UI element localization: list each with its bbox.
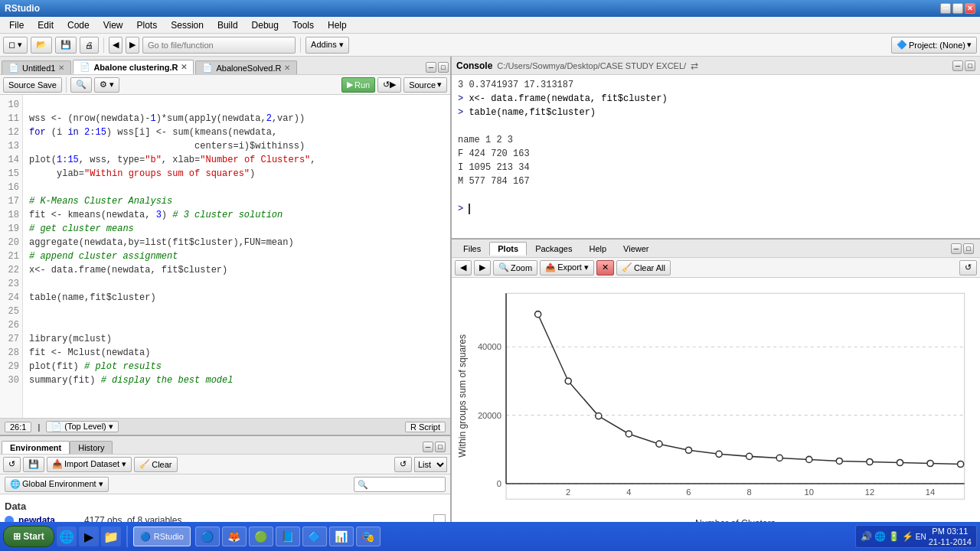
svg-text:20000: 20000	[478, 411, 501, 420]
clear-env-btn[interactable]: 🧹 Clear	[134, 457, 177, 472]
tab-untitled1[interactable]: 📄 Untitled1 ✕	[2, 60, 71, 74]
tab-environment[interactable]: Environment	[2, 441, 70, 454]
tab-abalone-solved-label: AbaloneSolved.R	[216, 64, 281, 73]
menu-debug[interactable]: Debug	[246, 18, 285, 32]
tray-icon-3[interactable]: 🔋	[888, 531, 900, 542]
source-btn[interactable]: Source ▾	[403, 77, 447, 93]
svg-text:Within groups sum of squares: Within groups sum of squares	[457, 334, 468, 458]
plots-refresh-btn[interactable]: ↺	[959, 260, 977, 276]
taskbar-rstudio[interactable]: 🔵 RStudio	[133, 527, 191, 546]
quick-launch-folder[interactable]: 📁	[101, 527, 121, 546]
env-refresh-btn[interactable]: ↺	[3, 457, 21, 472]
rerun-btn[interactable]: ↺▶	[377, 77, 401, 93]
tab-abalone-solved-close[interactable]: ✕	[284, 64, 290, 72]
export-btn[interactable]: 📤 Export ▾	[540, 260, 594, 276]
menu-session[interactable]: Session	[165, 18, 210, 32]
addins-btn[interactable]: Addins ▾	[305, 37, 349, 54]
clear-all-btn[interactable]: 🧹 Clear All	[616, 260, 671, 276]
svg-point-31	[927, 461, 933, 467]
menu-tools[interactable]: Tools	[286, 18, 320, 32]
menu-file[interactable]: File	[3, 18, 30, 32]
save-env-btn[interactable]: 💾	[23, 457, 44, 472]
titlebar-controls: ─ □ ✕	[940, 3, 975, 14]
go-to-file-input[interactable]	[142, 37, 296, 54]
open-file-btn[interactable]: 📂	[31, 37, 52, 54]
env-minimize-btn[interactable]: ─	[423, 442, 433, 452]
tab-packages[interactable]: Packages	[527, 242, 580, 256]
minimize-btn[interactable]: ─	[940, 3, 951, 14]
tab-files[interactable]: Files	[455, 242, 489, 256]
close-btn[interactable]: ✕	[965, 3, 975, 14]
editor-maximize-btn[interactable]: □	[438, 62, 449, 73]
code-content[interactable]: wss <- (nrow(newdata)-1)*sum(apply(newda…	[23, 95, 450, 418]
tab-abalone-solved[interactable]: 📄 AbaloneSolved.R ✕	[195, 60, 297, 74]
tab-abalone-clustering[interactable]: 📄 Abalone clustering.R ✕	[73, 60, 194, 74]
console-header: Console C:/Users/Sowmya/Desktop/CASE STU…	[452, 57, 980, 75]
maximize-btn[interactable]: □	[952, 3, 963, 14]
global-env-btn[interactable]: 🌐 Global Environment ▾	[5, 477, 109, 492]
taskbar-app-r[interactable]: 🔷	[302, 527, 327, 546]
save-file-btn[interactable]: 💾	[55, 37, 77, 54]
source-label: Source	[409, 80, 436, 90]
source-save-btn[interactable]: Source Save	[3, 77, 62, 93]
tab-untitled1-close[interactable]: ✕	[58, 64, 64, 72]
tab-abalone-close[interactable]: ✕	[181, 63, 187, 71]
env-refresh2-btn[interactable]: ↺	[394, 457, 412, 472]
code-editor[interactable]: 10 11 12 13 14 15 16 17 18 19 20 21 22 2…	[0, 95, 450, 418]
taskbar-app-excel[interactable]: 📊	[329, 527, 354, 546]
quick-launch-internet[interactable]: 🌐	[57, 527, 77, 546]
taskbar-app-2[interactable]: 🦊	[222, 527, 247, 546]
delete-plot-btn[interactable]: ✕	[596, 260, 614, 276]
taskbar-app-1[interactable]: 🔵	[195, 527, 220, 546]
console-path-icon[interactable]: ⇄	[691, 60, 698, 71]
plots-maximize-btn[interactable]: □	[963, 243, 974, 254]
taskbar-app-5[interactable]: 🎭	[356, 527, 381, 546]
tab-help[interactable]: Help	[580, 242, 615, 256]
tab-history[interactable]: History	[70, 441, 113, 454]
clock[interactable]: PM 03:11 21-11-2014	[929, 526, 972, 548]
env-search-input[interactable]	[354, 477, 446, 492]
find-btn[interactable]: 🔍	[70, 77, 92, 93]
forward-btn[interactable]: ▶	[126, 37, 139, 54]
code-level[interactable]: 📄 (Top Level) ▾	[46, 421, 119, 432]
zoom-btn[interactable]: 🔍 Zoom	[493, 260, 537, 276]
svg-text:8: 8	[747, 487, 752, 497]
tab-viewer[interactable]: Viewer	[615, 242, 657, 256]
tray-icon-5[interactable]: EN	[916, 533, 926, 541]
back-btn[interactable]: ◀	[109, 37, 122, 54]
left-pane: 📄 Untitled1 ✕ 📄 Abalone clustering.R ✕ 📄…	[0, 57, 452, 534]
menu-help[interactable]: Help	[322, 18, 353, 32]
console-content[interactable]: 3 0.3741937 17.313187 > x<- data.frame(n…	[452, 75, 980, 238]
plots-prev-btn[interactable]: ◀	[455, 260, 472, 276]
code-tools-btn[interactable]: ⚙ ▾	[94, 77, 119, 93]
taskbar-app-4[interactable]: 📘	[276, 527, 300, 546]
plots-next-btn[interactable]: ▶	[474, 260, 491, 276]
console-prompt-empty[interactable]: >	[458, 202, 974, 216]
plots-minimize-btn[interactable]: ─	[951, 243, 962, 254]
start-button[interactable]: ⊞ Start	[3, 526, 54, 547]
script-type[interactable]: R Script	[405, 422, 446, 432]
project-btn[interactable]: 🔷 Project: (None) ▾	[891, 37, 977, 54]
editor-minimize-btn[interactable]: ─	[426, 62, 436, 73]
menu-build[interactable]: Build	[211, 18, 244, 32]
quick-launch-media[interactable]: ▶	[79, 527, 99, 546]
tray-icon-2[interactable]: 🌐	[874, 531, 886, 542]
tray-icon-4[interactable]: ⚡	[902, 531, 913, 542]
menu-view[interactable]: View	[97, 18, 129, 32]
taskbar-app-3[interactable]: 🟢	[249, 527, 273, 546]
cursor-position[interactable]: 26:1	[5, 422, 31, 432]
tray-icon-1[interactable]: 🔊	[861, 531, 872, 542]
new-file-btn[interactable]: ◻ ▾	[3, 37, 28, 54]
env-maximize-btn[interactable]: □	[435, 442, 446, 452]
plots-tabs: Files Plots Packages Help Viewer ─ □	[452, 240, 980, 258]
tab-plots[interactable]: Plots	[489, 242, 527, 256]
list-view-select[interactable]: List Grid	[414, 457, 447, 472]
print-btn[interactable]: 🖨	[80, 37, 99, 54]
menu-code[interactable]: Code	[61, 18, 96, 32]
console-minimize-btn[interactable]: ─	[952, 60, 963, 71]
import-dataset-btn[interactable]: 📥 Import Dataset ▾	[47, 457, 132, 472]
menu-plots[interactable]: Plots	[131, 18, 164, 32]
console-maximize-btn[interactable]: □	[965, 60, 975, 71]
menu-edit[interactable]: Edit	[31, 18, 60, 32]
run-btn[interactable]: ▶ Run	[341, 77, 375, 93]
